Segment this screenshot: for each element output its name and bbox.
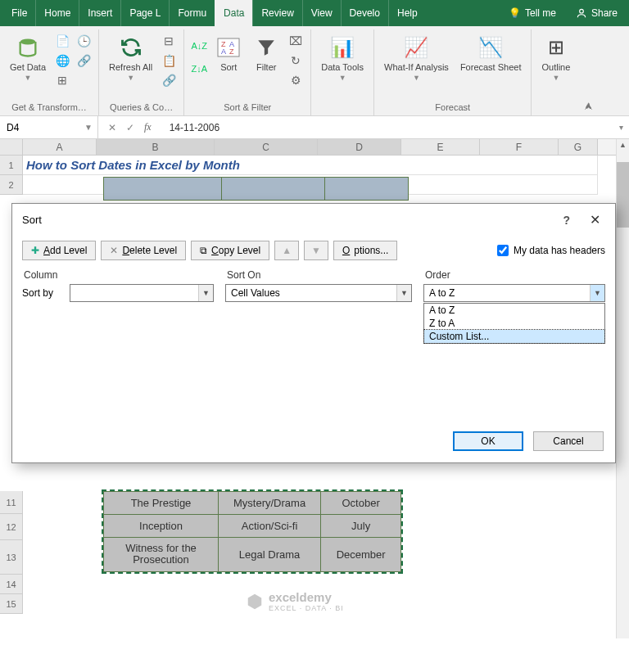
cancel-formula-icon[interactable]: ✕ [108,122,116,133]
row-14-header[interactable]: 14 [0,575,23,594]
filter-button[interactable]: Filter [250,33,283,74]
move-down-button[interactable]: ▼ [304,241,328,260]
row-13-header[interactable]: 13 [0,540,23,575]
expand-formula-icon[interactable]: ▾ [613,123,629,132]
sort-button[interactable]: ZAAZ Sort [212,33,245,74]
order-option-az[interactable]: A to Z [424,304,604,317]
dialog-titlebar[interactable]: Sort ? ✕ [12,204,615,236]
sort-on-value: Cell Values [226,287,396,299]
ok-button[interactable]: OK [453,431,523,451]
col-g[interactable]: G [559,139,598,155]
what-if-button[interactable]: 📈 What-If Analysis ▼ [381,33,452,83]
data-tools-button[interactable]: 📊 Data Tools ▼ [318,33,367,83]
reapply-icon[interactable]: ↻ [287,52,304,69]
chevron-down-icon[interactable]: ▼ [198,285,213,301]
col-b[interactable]: B [97,139,215,155]
delete-level-button[interactable]: ✕ Delete Level [101,241,186,260]
tab-developer[interactable]: Develo [341,0,388,26]
from-web-icon[interactable]: 🌐 [54,52,70,69]
order-dropdown: A to Z Z to A Custom List... [423,303,605,344]
share-button[interactable]: Share [564,0,629,26]
sort-desc-icon[interactable]: Z↓A [191,61,207,77]
from-text-icon[interactable]: 📄 [54,33,70,49]
name-box[interactable]: D4 ▼ [0,116,98,138]
get-data-button[interactable]: Get Data ▼ [7,33,49,83]
help-icon[interactable]: ? [563,214,570,227]
queries-conn-icon[interactable]: ⊟ [161,33,177,49]
chevron-down-icon[interactable]: ▼ [590,285,604,301]
tab-page-layout[interactable]: Page L [120,0,169,26]
formula-input[interactable]: 14-11-2006 [161,116,613,138]
cancel-button[interactable]: Cancel [533,431,604,451]
sort-by-combo[interactable]: ▼ [70,284,214,302]
col-a[interactable]: A [23,139,97,155]
existing-conn-icon[interactable]: 🔗 [75,52,92,69]
tab-review[interactable]: Review [252,0,301,26]
vertical-scrollbar[interactable]: ▲ [616,139,629,638]
forecast-sheet-button[interactable]: 📉 Forecast Sheet [457,33,525,74]
row-15-header[interactable]: 15 [0,594,23,614]
row-2-header[interactable]: 2 [0,175,23,195]
table-row[interactable]: Witness for the Prosecution Legal Drama … [104,538,401,572]
table-row[interactable]: Inception Action/Sci-fi July [104,515,401,538]
hexagon-icon [246,593,264,611]
row-12-header[interactable]: 12 [0,514,23,540]
database-icon [15,34,41,61]
col-e[interactable]: E [401,139,480,155]
copy-icon: ⧉ [200,245,207,256]
order-option-za[interactable]: Z to A [424,317,604,330]
tab-insert[interactable]: Insert [79,0,120,26]
data-table-visible: The Prestige Mystery/Drama October Incep… [103,491,401,572]
scroll-up-icon[interactable]: ▲ [617,139,629,151]
col-c[interactable]: C [215,139,318,155]
table-row[interactable]: The Prestige Mystery/Drama October [104,492,401,515]
table-header-movie [104,178,222,201]
outline-button[interactable]: ⊞ Outline ▼ [538,33,573,83]
enter-formula-icon[interactable]: ✓ [126,122,134,133]
tab-home[interactable]: Home [35,0,79,26]
edit-links-icon[interactable]: 🔗 [161,72,177,88]
select-all-corner[interactable] [0,139,23,155]
close-icon[interactable]: ✕ [585,210,605,229]
tab-formulas[interactable]: Formu [169,0,215,26]
add-level-button[interactable]: ✚ Add Level [22,241,96,260]
watermark-brand: exceldemy [269,590,332,604]
dialog-toolbar: ✚ Add Level ✕ Delete Level ⧉ Copy Level … [12,236,615,265]
cell-genre: Action/Sci-fi [219,515,321,538]
col-f[interactable]: F [480,139,559,155]
row-1-header[interactable]: 1 [0,156,23,175]
properties-icon[interactable]: 📋 [161,52,177,69]
move-up-button[interactable]: ▲ [274,241,299,260]
sort-asc-icon[interactable]: A↓Z [191,38,207,54]
scroll-thumb[interactable] [617,162,629,228]
tell-me[interactable]: 💡 Tell me [500,0,564,26]
tab-file[interactable]: File [0,0,35,26]
tab-data[interactable]: Data [215,0,252,26]
my-data-has-headers[interactable]: My data has headers [497,245,605,256]
row-11-header[interactable]: 11 [0,491,23,514]
order-combo[interactable]: A to Z ▼ [423,284,605,302]
ribbon-group-sort-filter: A↓Z Z↓A ZAAZ Sort Filter ⌧ ↻ ⚙ Sort & Fi… [184,29,311,115]
refresh-all-button[interactable]: Refresh All ▼ [106,33,156,83]
tab-view[interactable]: View [302,0,341,26]
copy-level-button[interactable]: ⧉ Copy Level [191,241,269,260]
chevron-down-icon[interactable]: ▼ [84,123,93,132]
cell-a1[interactable]: How to Sort Dates in Excel by Month [23,156,598,175]
tab-help[interactable]: Help [388,0,426,26]
sort-on-combo[interactable]: Cell Values ▼ [225,284,412,302]
options-button[interactable]: Options... [333,241,397,260]
advanced-filter-icon[interactable]: ⚙ [287,72,304,88]
order-option-custom[interactable]: Custom List... [424,330,604,343]
recent-sources-icon[interactable]: 🕒 [75,33,92,49]
plus-icon: ✚ [31,245,39,256]
from-table-icon[interactable]: ⊞ [54,72,70,88]
clear-filter-icon[interactable]: ⌧ [287,33,304,49]
dialog-title: Sort [22,214,563,226]
collapse-ribbon[interactable]: ⮝ [580,29,598,115]
ribbon: Get Data ▼ 📄 🌐 ⊞ 🕒 🔗 Get & Transform… Re… [0,26,629,116]
group-label-data-tools [342,101,344,115]
col-d[interactable]: D [318,139,401,155]
chevron-down-icon[interactable]: ▼ [396,285,411,301]
headers-checkbox[interactable] [497,245,509,256]
fx-icon[interactable]: fx [144,121,152,133]
